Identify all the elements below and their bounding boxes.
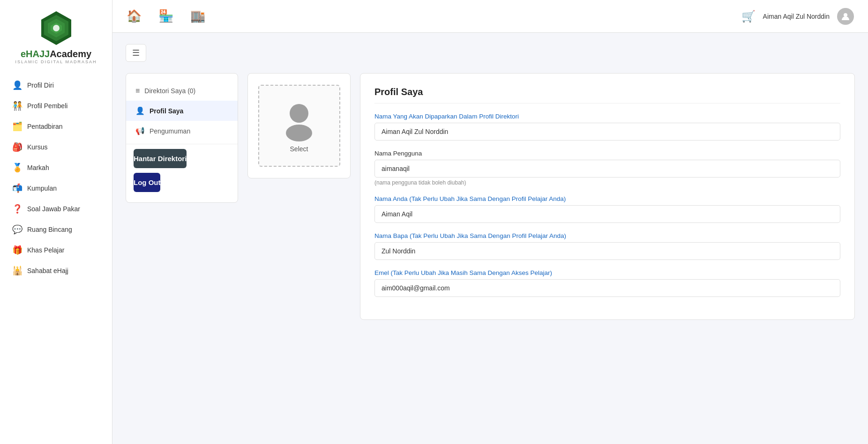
form-group-nama-bapa: Nama Bapa (Tak Perlu Ubah Jika Sama Deng… <box>374 232 840 260</box>
sidebar-label-ruang-bincang: Ruang Bincang <box>27 226 72 233</box>
storefront-icon[interactable]: 🏬 <box>190 9 205 23</box>
sidebar-icon-khas-pelajar: 🎁 <box>12 245 22 255</box>
content-area: ☰ ≡ Direktori Saya (0)👤 Profil Saya📢 Pen… <box>112 33 868 444</box>
sidebar-icon-profil-diri: 👤 <box>12 80 22 90</box>
panel-item-direktori-saya[interactable]: ≡ Direktori Saya (0) <box>126 81 238 101</box>
avatar-silhouette <box>278 99 320 141</box>
top-nav-left: 🏠 🏪 🏬 <box>127 9 205 23</box>
svg-point-5 <box>844 13 847 17</box>
sidebar-item-kursus[interactable]: 🎒 Kursus <box>6 137 106 157</box>
form-input-nama-direktori[interactable] <box>374 123 840 141</box>
content-columns: ≡ Direktori Saya (0)👤 Profil Saya📢 Pengu… <box>126 73 855 320</box>
sidebar-item-markah[interactable]: 🏅 Markah <box>6 158 106 178</box>
main-area: 🏠 🏪 🏬 🛒 Aiman Aqil Zul Norddin ☰ ≡ Direk… <box>112 0 868 444</box>
sidebar-label-pentadbiran: Pentadbiran <box>27 123 63 130</box>
logo-icon <box>37 9 75 47</box>
home-icon[interactable]: 🏠 <box>127 9 142 23</box>
shop-icon[interactable]: 🏪 <box>158 9 173 23</box>
form-input-nama-anda[interactable] <box>374 205 840 223</box>
form-group-nama-anda: Nama Anda (Tak Perlu Ubah Jika Sama Deng… <box>374 195 840 223</box>
hamburger-button[interactable]: ☰ <box>126 44 146 62</box>
left-panel: ≡ Direktori Saya (0)👤 Profil Saya📢 Pengu… <box>126 73 238 203</box>
hantar-direktori-button[interactable]: Hantar Direktori <box>134 149 187 168</box>
sidebar-icon-soal-jawab-pakar: ❓ <box>12 204 22 214</box>
form-hint-nama-pengguna: (nama pengguna tidak boleh diubah) <box>374 179 840 186</box>
sidebar-item-profil-diri[interactable]: 👤 Profil Diri <box>6 75 106 95</box>
sidebar-icon-markah: 🏅 <box>12 163 22 173</box>
panel-item-pengumuman[interactable]: 📢 Pengumuman <box>126 121 238 141</box>
sidebar-label-sahabat-ehajj: Sahabat eHajj <box>27 267 68 274</box>
form-input-emel[interactable] <box>374 279 840 297</box>
top-nav-right: 🛒 Aiman Aqil Zul Norddin <box>741 8 854 25</box>
avatar-upload-box[interactable]: Select <box>258 85 340 167</box>
panel-icon-direktori-saya: ≡ <box>135 87 140 95</box>
form-label-nama-bapa: Nama Bapa (Tak Perlu Ubah Jika Sama Deng… <box>374 232 840 239</box>
avatar-upload-panel: Select <box>247 73 351 178</box>
panel-label-pengumuman: Pengumuman <box>150 127 190 135</box>
sidebar-icon-sahabat-ehajj: 🕌 <box>12 266 22 276</box>
sidebar-icon-profil-pembeli: 🧑‍🤝‍🧑 <box>12 101 22 111</box>
panel-icon-profil-saya: 👤 <box>135 106 145 115</box>
form-group-nama-pengguna: Nama Pengguna(nama pengguna tidak boleh … <box>374 150 840 186</box>
sidebar-label-profil-pembeli: Profil Pembeli <box>27 102 67 110</box>
form-label-nama-pengguna: Nama Pengguna <box>374 150 840 157</box>
sidebar-item-kumpulan[interactable]: 📬 Kumpulan <box>6 178 106 198</box>
sidebar-item-soal-jawab-pakar[interactable]: ❓ Soal Jawab Pakar <box>6 199 106 219</box>
svg-point-7 <box>286 125 312 141</box>
panel-label-direktori-saya: Direktori Saya (0) <box>144 87 195 95</box>
sidebar-item-profil-pembeli[interactable]: 🧑‍🤝‍🧑 Profil Pembeli <box>6 96 106 116</box>
sidebar-label-khas-pelajar: Khas Pelajar <box>27 246 64 254</box>
form-input-nama-pengguna[interactable] <box>374 160 840 178</box>
sidebar-icon-ruang-bincang: 💬 <box>12 224 22 235</box>
logout-button[interactable]: Log Out <box>134 173 160 192</box>
sidebar: e HAJJ Academy ISLAMIC DIGITAL MADRASAH … <box>0 0 112 444</box>
svg-point-6 <box>290 104 308 123</box>
form-input-nama-bapa[interactable] <box>374 242 840 260</box>
sidebar-item-pentadbiran[interactable]: 🗂️ Pentadbiran <box>6 117 106 136</box>
logo-hajj: HAJJ <box>26 49 50 59</box>
form-label-nama-direktori: Nama Yang Akan Dipaparkan Dalam Profil D… <box>374 113 840 120</box>
logo-subtitle: ISLAMIC DIGITAL MADRASAH <box>15 59 97 64</box>
panel-item-profil-saya[interactable]: 👤 Profil Saya <box>126 101 238 121</box>
sidebar-item-khas-pelajar[interactable]: 🎁 Khas Pelajar <box>6 240 106 260</box>
sidebar-label-soal-jawab-pakar: Soal Jawab Pakar <box>27 205 80 213</box>
sidebar-label-profil-diri: Profil Diri <box>27 81 54 89</box>
cart-icon[interactable]: 🛒 <box>741 10 756 23</box>
sidebar-nav: 👤 Profil Diri🧑‍🤝‍🧑 Profil Pembeli🗂️ Pent… <box>0 75 112 281</box>
avatar[interactable] <box>837 8 854 25</box>
form-group-nama-direktori: Nama Yang Akan Dipaparkan Dalam Profil D… <box>374 113 840 141</box>
svg-point-4 <box>53 25 60 31</box>
logo-academy: Academy <box>50 49 91 59</box>
logo-e: e <box>21 49 26 59</box>
panel-icon-pengumuman: 📢 <box>135 126 145 135</box>
select-button[interactable]: Select <box>290 145 308 153</box>
logo: e HAJJ Academy ISLAMIC DIGITAL MADRASAH <box>15 9 97 64</box>
user-name: Aiman Aqil Zul Norddin <box>763 13 830 20</box>
profile-form-panel: Profil Saya Nama Yang Akan Dipaparkan Da… <box>360 73 855 320</box>
sidebar-label-kursus: Kursus <box>27 143 48 151</box>
sidebar-label-kumpulan: Kumpulan <box>27 185 57 192</box>
sidebar-icon-pentadbiran: 🗂️ <box>12 121 22 132</box>
sidebar-icon-kursus: 🎒 <box>12 142 22 152</box>
profile-form-title: Profil Saya <box>374 87 840 104</box>
top-nav: 🏠 🏪 🏬 🛒 Aiman Aqil Zul Norddin <box>112 0 868 33</box>
sidebar-item-sahabat-ehajj[interactable]: 🕌 Sahabat eHajj <box>6 261 106 281</box>
sidebar-item-ruang-bincang[interactable]: 💬 Ruang Bincang <box>6 220 106 239</box>
form-label-emel: Emel (Tak Perlu Ubah Jika Masih Sama Den… <box>374 269 840 276</box>
form-group-emel: Emel (Tak Perlu Ubah Jika Masih Sama Den… <box>374 269 840 297</box>
sidebar-label-markah: Markah <box>27 164 49 171</box>
form-label-nama-anda: Nama Anda (Tak Perlu Ubah Jika Sama Deng… <box>374 195 840 202</box>
panel-label-profil-saya: Profil Saya <box>150 107 183 115</box>
sidebar-icon-kumpulan: 📬 <box>12 183 22 193</box>
